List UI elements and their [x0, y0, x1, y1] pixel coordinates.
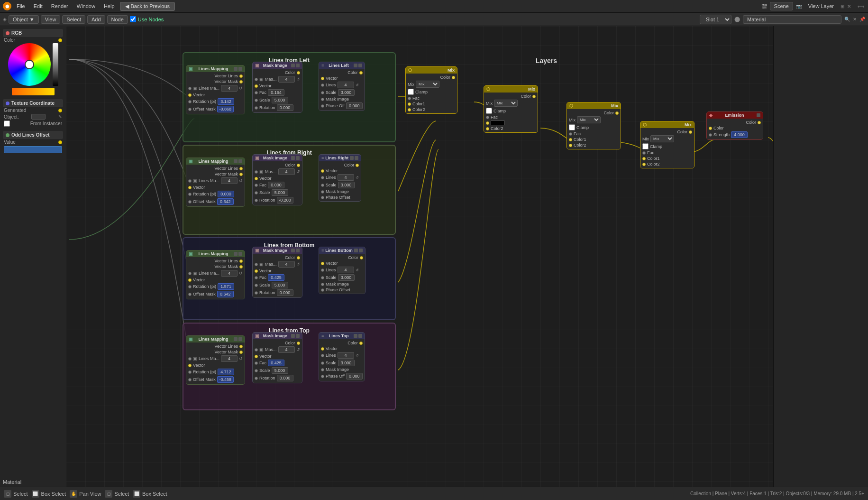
mix1-clamp-check[interactable] [408, 89, 414, 95]
menu-help[interactable]: Help [101, 2, 118, 10]
r-refresh[interactable]: ↺ [239, 178, 243, 183]
menu-file[interactable]: File [13, 2, 28, 10]
lt-c2[interactable] [358, 334, 362, 338]
mask-ctrl2-l[interactable] [296, 64, 300, 67]
ll-ctrl2[interactable] [358, 64, 362, 67]
rotation-value-l[interactable]: 3.142 [218, 98, 234, 105]
select-label-1[interactable]: Select [13, 491, 28, 497]
select-button[interactable]: Select [62, 15, 85, 24]
slot-selector[interactable]: Slot 1 [700, 15, 731, 24]
ll-scale-value[interactable]: 3.000 [338, 89, 355, 96]
menu-render[interactable]: Render [48, 2, 72, 10]
mi-scale-value-l[interactable]: 5.000 [272, 97, 288, 103]
menu-edit[interactable]: Edit [30, 2, 46, 10]
r-mi-count[interactable]: 4 [278, 168, 295, 175]
b-img-count[interactable]: 4 [221, 270, 238, 277]
r-mi-rot-value[interactable]: -0.200 [277, 197, 293, 204]
mask-ctrl1-l[interactable] [291, 64, 295, 67]
b-mi-scale-value[interactable]: 5.000 [272, 282, 288, 288]
offset-value-l[interactable]: -0.868 [217, 106, 234, 112]
b-mi-rot-value[interactable]: 0.000 [277, 289, 293, 296]
r-off-value[interactable]: 0.342 [217, 198, 234, 205]
b-refresh[interactable]: ↺ [239, 271, 243, 276]
lr-ctrl1[interactable] [350, 156, 354, 160]
mi-fac-value-l[interactable]: 0.164 [268, 89, 284, 96]
mi-rot-value-l[interactable]: 0.000 [277, 104, 293, 111]
refresh-icon-l[interactable]: ↺ [239, 86, 243, 91]
em-c1[interactable] [757, 113, 760, 117]
b-rot-value[interactable]: 1.571 [218, 283, 234, 290]
mi-refresh-l[interactable]: ↺ [296, 77, 300, 82]
t-mi-rot-value[interactable]: 0.000 [277, 375, 293, 381]
lr-scale-value[interactable]: 3.000 [338, 182, 355, 188]
color-wheel[interactable] [8, 43, 51, 86]
t-mi-count[interactable]: 4 [278, 346, 295, 353]
b-mi-c2[interactable] [296, 249, 300, 252]
lb-c1[interactable] [354, 249, 358, 252]
lt-scale-value[interactable]: 3.000 [338, 360, 355, 366]
view-button[interactable]: View [41, 15, 61, 24]
b-mi-refresh[interactable]: ↺ [296, 262, 300, 267]
b-mi-count[interactable]: 4 [278, 261, 295, 268]
mix1-type-select[interactable]: Mix [416, 81, 439, 88]
pan-label[interactable]: Pan View [79, 491, 101, 497]
lt-phase-value[interactable]: 0.000 [346, 373, 363, 380]
lb-scale-value[interactable]: 3.000 [338, 274, 355, 281]
box-select-label-1[interactable]: Box Select [41, 491, 66, 497]
object-edit-icon[interactable]: ✎ [58, 114, 62, 119]
em-strength-value[interactable]: 4.000 [731, 131, 748, 138]
r-mi-fac-value[interactable]: 0.000 [268, 182, 284, 188]
mix2-type-select[interactable]: Mix [494, 100, 518, 107]
mb-c2[interactable] [238, 252, 242, 256]
lb-c2[interactable] [359, 249, 363, 252]
r-ctrl1[interactable] [234, 159, 238, 163]
mt-c1[interactable] [234, 337, 238, 341]
r-mi-refresh[interactable]: ↺ [296, 169, 300, 174]
r-rot-value[interactable]: 0.000 [218, 191, 234, 197]
mix2-clamp-check[interactable] [486, 108, 492, 114]
mt-c2[interactable] [238, 337, 242, 341]
mapping-ctrl1[interactable] [234, 67, 238, 71]
mb-c1[interactable] [234, 252, 238, 256]
lb-count[interactable]: 4 [338, 267, 354, 273]
b-off-value[interactable]: 0.642 [217, 291, 234, 297]
value-bar[interactable] [53, 43, 58, 86]
lr-count[interactable]: 4 [338, 174, 354, 181]
ll-count[interactable]: 4 [338, 82, 354, 88]
b-mi-c1[interactable] [291, 249, 295, 252]
box-select-label-2[interactable]: Box Select [142, 491, 167, 497]
use-nodes-checkbox-row[interactable]: Use Nodes [130, 16, 164, 22]
color-picker-handle[interactable] [25, 60, 34, 69]
r-mc2[interactable] [296, 156, 300, 160]
lt-c1[interactable] [354, 334, 357, 338]
from-instancer-checkbox[interactable] [4, 120, 10, 127]
mix4-type-select[interactable]: Mix [650, 135, 674, 142]
t-rot-value[interactable]: 4.712 [218, 369, 234, 375]
t-mi-scale-value[interactable]: 5.000 [272, 367, 288, 374]
add-button[interactable]: Add [87, 15, 105, 24]
b-mi-fac-value[interactable]: 0.425 [268, 274, 284, 281]
node-button[interactable]: Node [107, 15, 128, 24]
mix3-clamp-check[interactable] [569, 124, 575, 130]
scene-selector[interactable]: Scene [770, 2, 793, 10]
menu-window[interactable]: Window [73, 2, 99, 10]
r-img-count[interactable]: 4 [221, 177, 238, 184]
t-refresh[interactable]: ↺ [239, 356, 243, 361]
odd-value-input[interactable]: 3.142 [4, 146, 62, 153]
mi-count-l[interactable]: 4 [278, 76, 295, 83]
t-off-value[interactable]: -0.458 [217, 376, 234, 383]
ll-phase-value[interactable]: 0.000 [346, 102, 363, 109]
lr-ctrl2[interactable] [355, 156, 358, 160]
use-nodes-checkbox[interactable] [130, 16, 136, 22]
object-selector[interactable] [31, 114, 46, 120]
select-label-2[interactable]: Select [114, 491, 129, 497]
ll-ctrl1[interactable] [354, 64, 357, 67]
r-ctrl2[interactable] [238, 159, 242, 163]
r-mc1[interactable] [291, 156, 295, 160]
t-img-count[interactable]: 4 [221, 355, 238, 362]
lt-count[interactable]: 4 [338, 352, 354, 359]
mapping-ctrl2[interactable] [238, 67, 242, 71]
back-to-previous-button[interactable]: ◀ Back to Previous [120, 2, 175, 11]
t-mi-fac-value[interactable]: 0.425 [268, 360, 284, 366]
object-button[interactable]: Object ▼ [9, 15, 39, 24]
